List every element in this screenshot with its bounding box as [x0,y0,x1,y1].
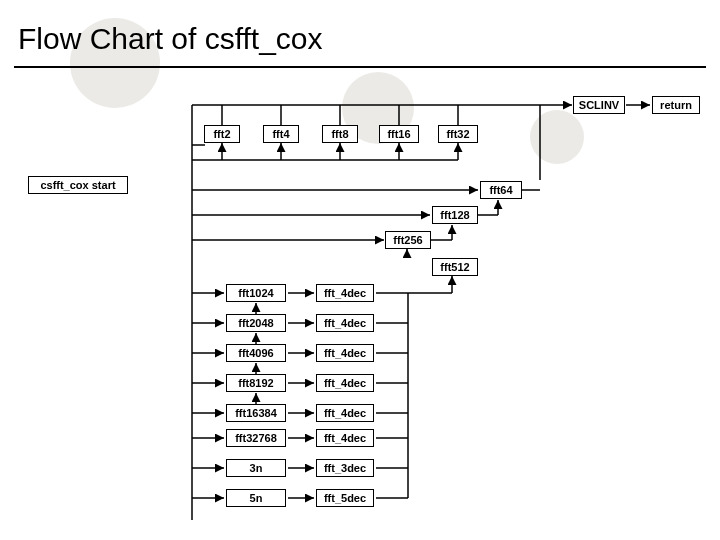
node-return: return [652,96,700,114]
deco-circle [530,110,584,164]
node-fft256: fft256 [385,231,431,249]
node-dec5: fft_5dec [316,489,374,507]
node-dec3: fft_3dec [316,459,374,477]
node-fft2048: fft2048 [226,314,286,332]
node-fft32768: fft32768 [226,429,286,447]
node-fft512: fft512 [432,258,478,276]
page-title: Flow Chart of csfft_cox [18,22,323,56]
node-fft64: fft64 [480,181,522,199]
node-sclinv: SCLINV [573,96,625,114]
node-fft8192: fft8192 [226,374,286,392]
node-fft8: fft8 [322,125,358,143]
node-dec4-4: fft_4dec [316,374,374,392]
node-fft32: fft32 [438,125,478,143]
node-3n: 3n [226,459,286,477]
node-dec4-5: fft_4dec [316,404,374,422]
node-dec4-2: fft_4dec [316,314,374,332]
node-fft16384: fft16384 [226,404,286,422]
node-dec4-1: fft_4dec [316,284,374,302]
title-rule [14,66,706,68]
node-5n: 5n [226,489,286,507]
node-fft4096: fft4096 [226,344,286,362]
node-dec4-3: fft_4dec [316,344,374,362]
node-fft2: fft2 [204,125,240,143]
node-dec4-6: fft_4dec [316,429,374,447]
node-fft4: fft4 [263,125,299,143]
node-fft16: fft16 [379,125,419,143]
node-start: csfft_cox start [28,176,128,194]
node-fft1024: fft1024 [226,284,286,302]
node-fft128: fft128 [432,206,478,224]
